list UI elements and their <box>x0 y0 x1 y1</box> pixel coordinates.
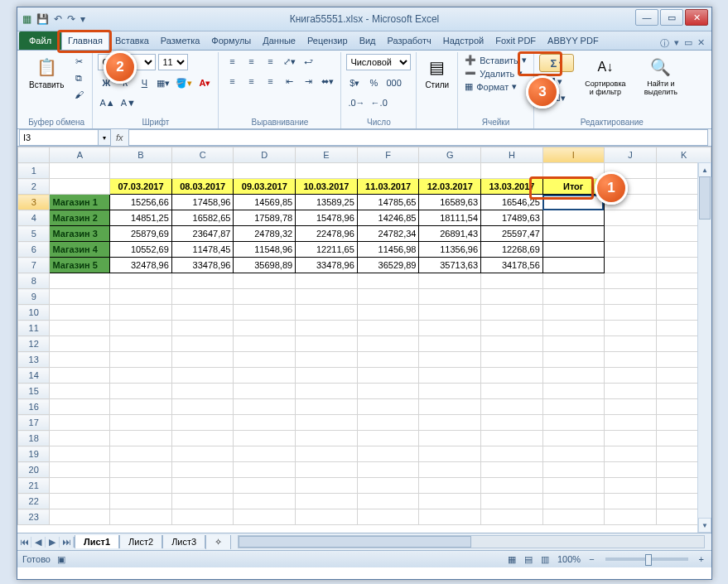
cell-G9[interactable] <box>419 289 481 305</box>
cell-G12[interactable] <box>419 336 481 352</box>
row-header-8[interactable]: 8 <box>18 273 50 289</box>
cell-G18[interactable] <box>419 431 481 446</box>
cell-A20[interactable] <box>50 462 110 478</box>
cell-F21[interactable] <box>357 478 419 494</box>
cell-J15[interactable] <box>604 384 657 399</box>
cell-F9[interactable] <box>357 289 419 305</box>
cell-F23[interactable] <box>357 509 419 525</box>
col-header-G[interactable]: G <box>419 147 481 163</box>
cell-A3[interactable]: Магазин 1 <box>50 195 110 210</box>
cell-I12[interactable] <box>542 336 604 352</box>
cell-E5[interactable]: 22478,96 <box>296 226 358 242</box>
cell-G16[interactable] <box>419 399 481 415</box>
view-break-icon[interactable]: ▥ <box>538 554 552 565</box>
cell-J23[interactable] <box>604 509 657 525</box>
sheet-nav-first-icon[interactable]: ⏮ <box>17 537 31 548</box>
cell-D20[interactable] <box>234 462 296 478</box>
cell-C4[interactable]: 16582,65 <box>171 210 234 226</box>
cell-A13[interactable] <box>50 352 110 368</box>
doc-close-icon[interactable]: ✕ <box>697 37 705 50</box>
cell-E18[interactable] <box>296 431 358 446</box>
align-mid-icon[interactable]: ≡ <box>243 54 259 69</box>
cell-A8[interactable] <box>50 273 110 289</box>
cell-I23[interactable] <box>542 509 604 525</box>
row-header-12[interactable]: 12 <box>18 336 50 352</box>
cell-E6[interactable]: 12211,65 <box>296 242 358 258</box>
cell-C18[interactable] <box>171 431 234 446</box>
tab-view[interactable]: Вид <box>354 31 382 50</box>
cell-D8[interactable] <box>234 273 296 289</box>
cell-A14[interactable] <box>50 368 110 384</box>
cell-A2[interactable] <box>50 179 110 195</box>
cell-B16[interactable] <box>110 399 172 415</box>
col-header-I[interactable]: I <box>542 147 604 163</box>
cell-H9[interactable] <box>481 289 543 305</box>
row-header-19[interactable]: 19 <box>18 446 50 462</box>
cell-C17[interactable] <box>171 415 234 431</box>
cell-F20[interactable] <box>357 462 419 478</box>
tab-insert[interactable]: Вставка <box>109 31 155 50</box>
cell-C20[interactable] <box>171 462 234 478</box>
cell-H7[interactable]: 34178,56 <box>481 258 543 273</box>
cell-H12[interactable] <box>481 336 543 352</box>
cell-H17[interactable] <box>481 415 543 431</box>
fx-icon[interactable]: fx <box>116 133 123 142</box>
cell-H4[interactable]: 17489,63 <box>481 210 543 226</box>
cell-E20[interactable] <box>296 462 358 478</box>
minimize-button[interactable]: — <box>635 9 658 26</box>
cell-C8[interactable] <box>171 273 234 289</box>
cell-F3[interactable]: 14785,65 <box>357 195 419 210</box>
cell-E10[interactable] <box>296 305 358 321</box>
cell-J5[interactable] <box>604 226 657 242</box>
cell-G17[interactable] <box>419 415 481 431</box>
scroll-down-icon[interactable]: ▼ <box>698 518 711 533</box>
align-left-icon[interactable]: ≡ <box>224 74 240 89</box>
cell-H6[interactable]: 12268,69 <box>481 242 543 258</box>
tab-layout[interactable]: Разметка <box>155 31 206 50</box>
cell-I8[interactable] <box>542 273 604 289</box>
cell-H14[interactable] <box>481 368 543 384</box>
cell-J17[interactable] <box>604 415 657 431</box>
cell-J22[interactable] <box>604 494 657 509</box>
paste-button[interactable]: 📋 Вставить <box>26 54 67 91</box>
tab-addins[interactable]: Надстрой <box>437 31 489 50</box>
cell-H10[interactable] <box>481 305 543 321</box>
cell-A21[interactable] <box>50 478 110 494</box>
cell-I10[interactable] <box>542 305 604 321</box>
cell-I15[interactable] <box>542 384 604 399</box>
new-sheet-button[interactable]: ✧ <box>205 535 231 549</box>
comma-icon[interactable]: 000 <box>384 75 403 90</box>
cell-D4[interactable]: 17589,78 <box>234 210 296 226</box>
cell-E2[interactable]: 10.03.2017 <box>296 179 358 195</box>
cell-E11[interactable] <box>296 321 358 336</box>
number-format-select[interactable]: Числовой <box>346 54 411 70</box>
cell-B15[interactable] <box>110 384 172 399</box>
cell-F5[interactable]: 24782,34 <box>357 226 419 242</box>
row-header-23[interactable]: 23 <box>18 509 50 525</box>
name-box[interactable]: I3 <box>19 129 99 146</box>
cell-B1[interactable] <box>110 163 172 179</box>
cell-J7[interactable] <box>604 258 657 273</box>
cell-I4[interactable] <box>542 210 604 226</box>
cell-G15[interactable] <box>419 384 481 399</box>
scroll-up-icon[interactable]: ▲ <box>698 162 711 177</box>
view-normal-icon[interactable]: ▦ <box>505 554 518 565</box>
cell-B9[interactable] <box>110 289 172 305</box>
cell-A10[interactable] <box>50 305 110 321</box>
cell-C14[interactable] <box>171 368 234 384</box>
find-select-button[interactable]: 🔍 Найти и выделить <box>637 54 685 99</box>
cell-G6[interactable]: 11356,96 <box>419 242 481 258</box>
cell-J11[interactable] <box>604 321 657 336</box>
sheet-tab-3[interactable]: Лист3 <box>162 535 205 548</box>
row-header-5[interactable]: 5 <box>18 226 50 242</box>
cell-G4[interactable]: 18111,54 <box>419 210 481 226</box>
cell-C19[interactable] <box>171 446 234 462</box>
cell-I5[interactable] <box>542 226 604 242</box>
cell-C22[interactable] <box>171 494 234 509</box>
cell-E9[interactable] <box>296 289 358 305</box>
cell-D19[interactable] <box>234 446 296 462</box>
autosum-button[interactable]: Σ▾ <box>539 54 574 72</box>
format-painter-icon[interactable]: 🖌 <box>70 87 87 102</box>
col-header-B[interactable]: B <box>110 147 172 163</box>
ribbon-min-icon[interactable]: ▾ <box>674 37 679 50</box>
